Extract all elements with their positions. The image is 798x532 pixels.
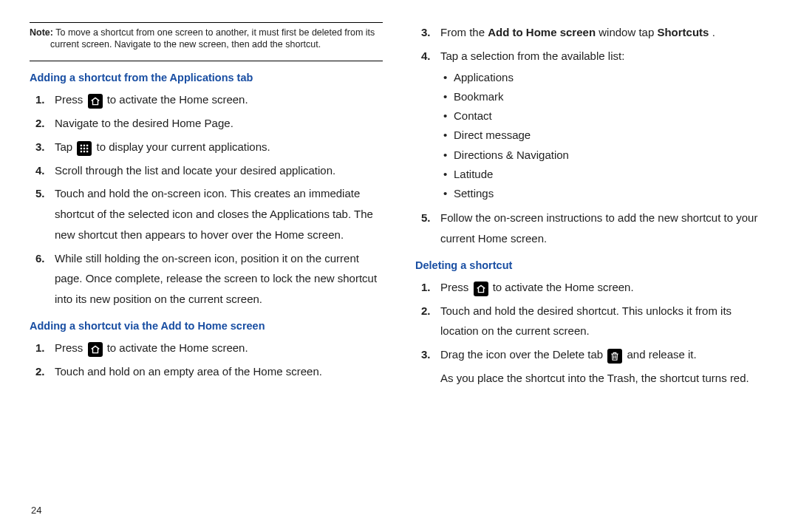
step-b3: From the Add to Home screen window tap S… xyxy=(440,22,768,43)
step-c3: Drag the icon over the Delete tab and re… xyxy=(440,344,768,389)
opt-applications: Applications xyxy=(454,68,768,87)
shortcut-options: Applications Bookmark Contact Direct mes… xyxy=(440,68,768,204)
opt-bookmark: Bookmark xyxy=(454,87,768,106)
opt-latitude: Latitude xyxy=(454,165,768,184)
step-b4: Tap a selection from the available list:… xyxy=(440,46,768,204)
steps-add-home-right: From the Add to Home screen window tap S… xyxy=(415,22,768,249)
opt-direct-msg: Direct message xyxy=(454,126,768,145)
svg-rect-3 xyxy=(81,148,82,149)
right-column: From the Add to Home screen window tap S… xyxy=(399,22,768,525)
heading-apps-tab: Adding a shortcut from the Applications … xyxy=(30,72,383,83)
step-a2: Navigate to the desired Home Page. xyxy=(55,113,383,134)
note-block: Note: To move a shortcut from one screen… xyxy=(30,27,383,55)
steps-add-home-left: Press to activate the Home screen. Touch… xyxy=(30,338,383,382)
step-b2: Touch and hold on an empty area of the H… xyxy=(55,361,383,382)
step-c1: Press to activate the Home screen. xyxy=(440,277,768,298)
opt-contact: Contact xyxy=(454,106,768,126)
apps-grid-icon xyxy=(77,141,92,156)
opt-directions: Directions & Navigation xyxy=(454,146,768,165)
step-a6: While still holding the on-screen icon, … xyxy=(55,248,383,310)
step-a4: Scroll through the list and locate your … xyxy=(55,160,383,181)
step-a1: Press to activate the Home screen. xyxy=(55,89,383,110)
svg-rect-2 xyxy=(86,145,88,146)
page-number: 24 xyxy=(31,505,41,516)
steps-delete: Press to activate the Home screen. Touch… xyxy=(415,277,768,389)
svg-rect-7 xyxy=(83,151,85,152)
steps-apps-tab: Press to activate the Home screen. Navig… xyxy=(30,89,383,310)
bottom-rule xyxy=(30,61,383,61)
manual-page: Note: To move a shortcut from one screen… xyxy=(0,0,798,532)
step-b5: Follow the on-screen instructions to add… xyxy=(440,208,768,249)
step-c3-tail: As you place the shortcut into the Trash… xyxy=(440,368,768,389)
trash-icon xyxy=(607,349,622,364)
svg-rect-0 xyxy=(81,145,82,146)
svg-rect-5 xyxy=(86,148,88,149)
step-a3: Tap to display your current applications… xyxy=(55,137,383,157)
note-text: To move a shortcut from one screen to an… xyxy=(50,27,375,50)
home-icon xyxy=(88,94,103,109)
svg-rect-4 xyxy=(83,148,85,149)
home-icon xyxy=(474,282,488,296)
step-b1: Press to activate the Home screen. xyxy=(55,338,383,358)
opt-settings: Settings xyxy=(454,184,768,203)
note-label: Note: xyxy=(30,27,53,38)
step-c2: Touch and hold the desired shortcut. Thi… xyxy=(440,301,768,342)
heading-add-home: Adding a shortcut via the Add to Home sc… xyxy=(30,320,383,332)
svg-rect-6 xyxy=(81,151,82,152)
top-rule xyxy=(30,22,383,23)
heading-delete: Deleting a shortcut xyxy=(415,259,768,271)
home-icon xyxy=(88,342,103,357)
svg-rect-8 xyxy=(86,151,88,152)
left-column: Note: To move a shortcut from one screen… xyxy=(30,22,399,525)
step-a5: Touch and hold the on-screen icon. This … xyxy=(55,183,383,245)
svg-rect-1 xyxy=(83,145,85,146)
